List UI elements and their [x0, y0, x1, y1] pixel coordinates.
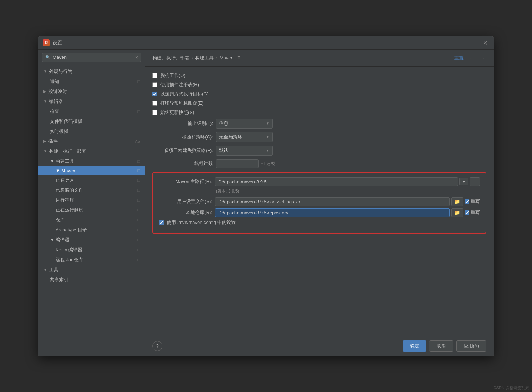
- maven-home-browse-button[interactable]: ...: [470, 177, 480, 186]
- sidebar-item-kotlin-compiler-label: Kotlin 编译器: [56, 247, 82, 253]
- search-input[interactable]: [53, 54, 135, 60]
- maven-home-input[interactable]: [215, 177, 458, 186]
- sidebar-item-live-template-label: 实时模板: [50, 128, 68, 135]
- arrow-icon: ▼: [43, 149, 47, 153]
- breadcrumb: 构建、执行、部署 › 构建工具 › Maven ☰: [152, 55, 241, 61]
- app-icon: IJ: [43, 39, 50, 46]
- recursive-label: 以递归方式执行目标(G): [160, 91, 209, 97]
- user-settings-browse-button[interactable]: 📁: [451, 197, 463, 206]
- sidebar-group-keymap-label: 按键映射: [48, 88, 67, 95]
- maven-settings-box: Maven 主路径(H): ▼ ... (版本: 3.9.5) 用户设置文件(S…: [152, 172, 486, 234]
- sidebar-group-build[interactable]: ▼ 构建、执行、部署: [38, 146, 145, 156]
- maven-home-label: Maven 主路径(H):: [159, 178, 212, 185]
- sidebar-item-inspection[interactable]: 检查 □: [38, 106, 145, 116]
- recursive-checkbox[interactable]: [152, 92, 157, 96]
- sidebar-item-maven-label: ▼ Maven: [56, 168, 75, 173]
- bookmark-icon: ☰: [237, 56, 241, 60]
- dropdown-arrow: ▼: [266, 121, 270, 125]
- nav-forward-button[interactable]: →: [478, 54, 486, 62]
- use-mvn-config-checkbox[interactable]: [159, 220, 164, 225]
- user-settings-override: 重写: [465, 198, 480, 205]
- user-settings-label: 用户设置文件(S):: [159, 198, 212, 205]
- cancel-button[interactable]: 取消: [429, 340, 453, 352]
- user-settings-override-checkbox[interactable]: [465, 199, 469, 204]
- sidebar-item-build-tools[interactable]: ▼ 构建工具 □: [38, 156, 145, 166]
- thread-count-label: 线程计数: [152, 160, 213, 167]
- folder-icon: 📁: [454, 210, 460, 215]
- always-update-label: 始终更新快照(S): [160, 109, 194, 116]
- settings-dialog: IJ 设置 ✕ 🔍 × ▼ 外观与行为 通知: [38, 36, 494, 356]
- nav-back-button[interactable]: ←: [468, 54, 476, 62]
- user-settings-input[interactable]: [215, 197, 450, 206]
- sidebar-item-runner[interactable]: 运行程序 □: [38, 195, 145, 205]
- plugin-registry-checkbox[interactable]: [152, 82, 157, 87]
- local-repo-override-checkbox[interactable]: [465, 210, 469, 215]
- content-area: 构建、执行、部署 › 构建工具 › Maven ☰ 重置 ← →: [145, 50, 494, 356]
- sidebar-item-notifications[interactable]: 通知 □: [38, 77, 145, 87]
- validation-strategy-value: 无全局策略: [219, 134, 242, 140]
- sidebar-group-editor-label: 编辑器: [49, 98, 63, 105]
- settings-icon: □: [137, 248, 140, 252]
- arrow-icon: ▼: [43, 69, 47, 73]
- maven-home-dropdown-button[interactable]: ▼: [459, 178, 468, 185]
- sidebar-item-remote-jar-label: 远程 Jar 仓库: [56, 257, 83, 263]
- print-exception-label: 打印异常堆栈跟踪(E): [160, 100, 203, 106]
- local-repo-override-label: 重写: [471, 209, 480, 216]
- sidebar-item-file-code-template[interactable]: 文件和代码模板: [38, 116, 145, 126]
- sidebar-item-repository[interactable]: 仓库 □: [38, 215, 145, 225]
- close-button[interactable]: ✕: [481, 38, 489, 47]
- breadcrumb-current: Maven: [220, 55, 234, 61]
- apply-button[interactable]: 应用(A): [456, 340, 486, 352]
- plugin-registry-label: 使用插件注册表(R): [160, 82, 199, 88]
- help-button[interactable]: ?: [152, 341, 162, 351]
- sidebar-item-archetype-catalog[interactable]: Archetype 目录 □: [38, 225, 145, 235]
- sidebar: 🔍 × ▼ 外观与行为 通知 □ ▶ 按键映射: [38, 50, 145, 356]
- footer-right: 确定 取消 应用(A): [403, 340, 486, 352]
- local-repo-input[interactable]: [215, 208, 450, 217]
- search-clear-button[interactable]: ×: [135, 54, 138, 60]
- sidebar-item-ignored-files[interactable]: 已忽略的文件 □: [38, 185, 145, 195]
- use-mvn-config-row: 使用 .mvn/maven.config 中的设置: [159, 219, 480, 226]
- reset-link[interactable]: 重置: [454, 55, 464, 61]
- validation-strategy-dropdown[interactable]: 无全局策略 ▼: [216, 132, 273, 142]
- breadcrumb-part1: 构建、执行、部署: [152, 55, 189, 61]
- sidebar-group-keymap[interactable]: ▶ 按键映射: [38, 87, 145, 96]
- offline-checkbox[interactable]: [152, 73, 157, 78]
- checkbox-print-exception: 打印异常堆栈跟踪(E): [152, 100, 486, 106]
- content-header: 构建、执行、部署 › 构建工具 › Maven ☰ 重置 ← →: [145, 50, 494, 67]
- search-wrap: 🔍 ×: [42, 53, 141, 62]
- sidebar-item-archetype-catalog-label: Archetype 目录: [56, 227, 87, 233]
- sidebar-item-shared-index-label: 共享索引: [50, 277, 68, 283]
- thread-count-input[interactable]: [216, 159, 259, 168]
- user-settings-row: 用户设置文件(S): 📁 重写: [159, 197, 480, 206]
- sidebar-item-kotlin-compiler[interactable]: Kotlin 编译器 □: [38, 245, 145, 255]
- output-level-value: 信息: [219, 120, 228, 127]
- local-repo-browse-button[interactable]: 📁: [451, 208, 463, 217]
- validation-strategy-control: 无全局策略 ▼: [216, 132, 486, 142]
- sidebar-item-remote-jar[interactable]: 远程 Jar 仓库 □: [38, 255, 145, 265]
- sidebar-group-appearance[interactable]: ▼ 外观与行为: [38, 67, 145, 77]
- maven-version-note: (版本: 3.9.5): [216, 188, 480, 194]
- sidebar-group-tools[interactable]: ▼ 工具: [38, 265, 145, 275]
- settings-icon: □: [137, 208, 140, 212]
- checkbox-offline: 脱机工作(O): [152, 72, 486, 79]
- watermark: CSDN @稻哥爱乱来: [494, 385, 529, 391]
- sidebar-item-file-code-template-label: 文件和代码模板: [50, 118, 82, 125]
- sidebar-item-live-template[interactable]: 实时模板: [38, 126, 145, 136]
- checkbox-plugin-registry: 使用插件注册表(R): [152, 82, 486, 88]
- ok-button[interactable]: 确定: [403, 340, 426, 352]
- field-thread-count: 线程计数 -T 选项: [152, 159, 486, 168]
- output-level-dropdown[interactable]: 信息 ▼: [216, 119, 273, 129]
- sidebar-item-running-tests[interactable]: 正在运行测试 □: [38, 205, 145, 215]
- sidebar-group-editor[interactable]: ▼ 编辑器: [38, 96, 145, 106]
- sidebar-item-shared-index[interactable]: 共享索引: [38, 275, 145, 285]
- multi-project-dropdown[interactable]: 默认 ▼: [216, 146, 273, 156]
- sidebar-group-plugins[interactable]: ▶ 插件 Aα: [38, 136, 145, 146]
- output-level-label: 输出级别(L):: [152, 120, 213, 127]
- sidebar-item-compiler[interactable]: ▼ 编译器 □: [38, 235, 145, 245]
- print-exception-checkbox[interactable]: [152, 101, 157, 106]
- sidebar-item-maven[interactable]: ▼ Maven □: [38, 166, 145, 175]
- settings-icon: □: [137, 178, 140, 182]
- sidebar-item-importing[interactable]: 正在导入 □: [38, 175, 145, 185]
- always-update-checkbox[interactable]: [152, 110, 157, 115]
